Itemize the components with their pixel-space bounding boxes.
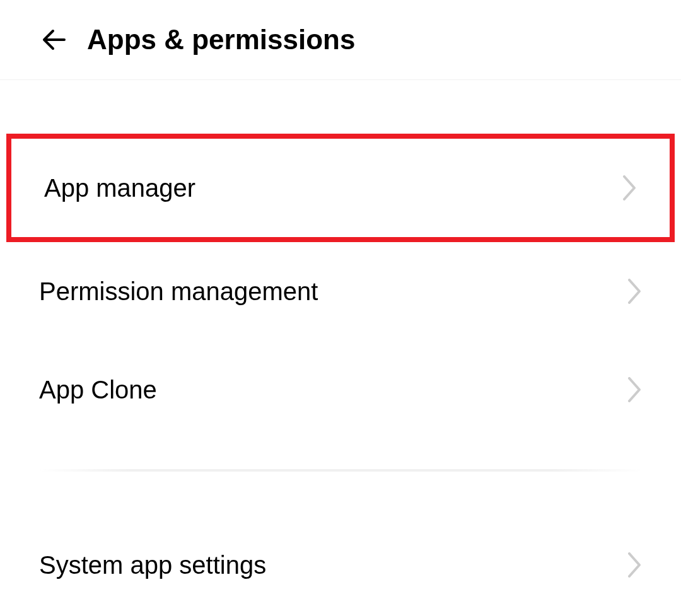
list-item-label: Permission management [39, 277, 318, 306]
page-title: Apps & permissions [87, 24, 355, 55]
list-item-permission-management[interactable]: Permission management [0, 242, 681, 340]
header: Apps & permissions [0, 0, 681, 80]
chevron-right-icon [628, 279, 642, 304]
list-item-label: App Clone [39, 376, 157, 404]
highlight-app-manager: App manager [6, 134, 675, 242]
back-arrow-icon[interactable] [39, 25, 69, 55]
list-item-system-app-settings[interactable]: System app settings [0, 516, 681, 614]
chevron-right-icon [623, 175, 637, 200]
chevron-right-icon [628, 377, 642, 402]
chevron-right-icon [628, 552, 642, 578]
list-item-label: System app settings [39, 551, 266, 579]
spacer [0, 472, 681, 516]
list-item-label: App manager [44, 174, 195, 202]
list-item-app-clone[interactable]: App Clone [0, 340, 681, 439]
spacer [0, 80, 681, 134]
list-item-app-manager[interactable]: App manager [11, 139, 670, 237]
